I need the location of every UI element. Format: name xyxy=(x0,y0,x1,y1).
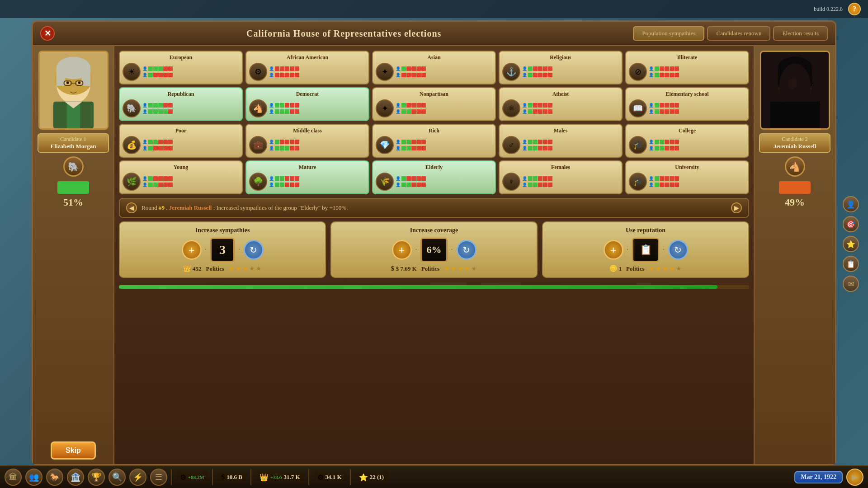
candidate2-party-icon: 🐴 xyxy=(785,156,805,177)
bar-track-1 xyxy=(655,176,679,181)
group-card-college[interactable]: College 🎓 👤 👤 xyxy=(625,124,749,158)
action-inner: + · 6% · ↻ xyxy=(337,238,531,262)
action-dot: · xyxy=(627,246,629,253)
bar-row-1: 👤 xyxy=(269,139,366,145)
bar-person-2: 👤 xyxy=(649,109,654,114)
round-next-button[interactable]: ▶ xyxy=(731,202,742,213)
bar-track-1 xyxy=(275,176,299,181)
star-filled: ★ xyxy=(464,265,470,272)
bar-row-1: 👤 xyxy=(649,176,745,181)
close-button[interactable]: ✕ xyxy=(40,26,55,41)
bar-row-2: 👤 xyxy=(396,109,492,114)
group-icon: ⚙ xyxy=(249,63,267,81)
group-card-atheist[interactable]: Atheist ⚛ 👤 👤 xyxy=(499,87,623,121)
bottom-icon-5[interactable]: 🔍 xyxy=(108,469,126,486)
bar-person-1: 👤 xyxy=(522,66,527,71)
group-card-asian[interactable]: Asian ✦ 👤 👤 xyxy=(372,51,496,84)
group-card-european[interactable]: European ☀ 👤 👤 xyxy=(119,51,243,84)
bottom-icon-4[interactable]: 🏆 xyxy=(88,469,105,486)
bottom-icon-7[interactable]: ☰ xyxy=(150,469,167,486)
group-name: University xyxy=(675,164,699,171)
candidate1-vote-bar xyxy=(57,181,89,194)
tab-population-sympathies[interactable]: Population sympathies xyxy=(633,26,704,41)
action-dot: · xyxy=(415,246,417,253)
bottom-icon-1[interactable]: 👥 xyxy=(25,469,42,486)
round-prev-button[interactable]: ◀ xyxy=(126,202,137,213)
group-icon: ♀ xyxy=(502,173,520,191)
candidate2-panel: Candidate 2 Jeremiah Russell 🐴 49% xyxy=(754,46,835,464)
star-empty: ★ xyxy=(249,265,255,272)
group-inner: ⚙ 👤 👤 xyxy=(249,63,366,81)
group-card-university[interactable]: University 🎓 👤 👤 xyxy=(625,160,749,194)
action-refresh-button[interactable]: ↻ xyxy=(457,240,476,260)
bar-track-2 xyxy=(655,73,679,77)
cost-value: 452 xyxy=(193,265,202,272)
bottom-icon-2[interactable]: 🐎 xyxy=(46,469,63,486)
action-plus-button[interactable]: + xyxy=(392,240,412,260)
group-card-religious[interactable]: Religious ⚓ 👤 👤 xyxy=(499,51,623,84)
divider5 xyxy=(350,469,351,485)
bar-person-2: 👤 xyxy=(522,73,527,77)
group-inner: ⚛ 👤 👤 xyxy=(502,99,619,117)
bar-row-1: 👤 xyxy=(522,66,619,71)
bottom-icon-0[interactable]: 🏛 xyxy=(5,469,22,486)
group-card-mature[interactable]: Mature 🌳 👤 👤 xyxy=(245,160,369,194)
help-button[interactable]: ? xyxy=(848,3,861,15)
action-plus-button[interactable]: + xyxy=(604,240,623,260)
group-name: Illiterate xyxy=(677,54,698,61)
group-card-females[interactable]: Females ♀ 👤 👤 xyxy=(499,160,623,194)
group-name: European xyxy=(170,54,192,61)
group-icon: 🐘 xyxy=(123,99,141,117)
side-icon-3[interactable]: ⭐ xyxy=(843,236,859,252)
bar-row-2: 👤 xyxy=(142,109,239,114)
action-refresh-button[interactable]: ↻ xyxy=(668,240,688,260)
bar-track-1 xyxy=(401,176,426,181)
tab-candidates-renown[interactable]: Candidates renown xyxy=(707,26,770,41)
group-card-elementary-school[interactable]: Elementary school 📖 👤 👤 xyxy=(625,87,749,121)
round-bar: ◀ Round #9 . Jeremiah Russell : Increase… xyxy=(119,198,749,218)
side-icon-2[interactable]: 🎯 xyxy=(843,216,859,232)
side-icon-1[interactable]: 👤 xyxy=(843,196,859,212)
star-filled: ★ xyxy=(236,265,241,272)
group-card-african-american[interactable]: African American ⚙ 👤 👤 xyxy=(245,51,369,84)
build-info: build 0.222.8 xyxy=(814,6,843,13)
candidate2-namebox: Candidate 2 Jeremiah Russell xyxy=(759,133,830,153)
skip-button[interactable]: Skip xyxy=(51,441,96,460)
action-category: Politics xyxy=(626,265,644,272)
group-card-elderly[interactable]: Elderly 🌾 👤 👤 xyxy=(372,160,496,194)
group-card-republican[interactable]: Republican 🐘 👤 👤 xyxy=(119,87,243,121)
stat-stars: ⭐ 22 (1) xyxy=(354,471,388,483)
star-filled: ★ xyxy=(444,265,450,272)
bar-person-2: 👤 xyxy=(522,109,527,114)
bar-row-1: 👤 xyxy=(269,176,366,181)
bar-track-1 xyxy=(528,176,552,181)
group-card-democrat[interactable]: Democrat 🐴 👤 👤 xyxy=(245,87,369,121)
group-icon: ⚛ xyxy=(502,99,520,117)
action-plus-button[interactable]: + xyxy=(182,240,202,260)
modal-header: ✕ California House of Representatives el… xyxy=(33,22,835,46)
group-card-males[interactable]: Males ♂ 👤 👤 xyxy=(499,124,623,158)
group-card-nonpartisan[interactable]: Nonpartisan ✦ 👤 👤 xyxy=(372,87,496,121)
bottom-icon-6[interactable]: ⚡ xyxy=(129,469,146,486)
side-icon-5[interactable]: ✉ xyxy=(843,276,859,292)
modal-title: California House of Representatives elec… xyxy=(55,28,633,39)
bottom-icon-3[interactable]: 🏦 xyxy=(67,469,84,486)
group-card-poor[interactable]: Poor 💰 👤 👤 xyxy=(119,124,243,158)
group-icon: ⊘ xyxy=(629,63,647,81)
group-card-young[interactable]: Young 🌿 👤 👤 xyxy=(119,160,243,194)
action-refresh-button[interactable]: ↻ xyxy=(244,240,264,260)
group-icon: 🌳 xyxy=(249,173,267,191)
group-bars: 👤 👤 xyxy=(396,103,492,114)
group-icon: 💰 xyxy=(123,136,141,154)
group-card-rich[interactable]: Rich 💎 👤 👤 xyxy=(372,124,496,158)
tab-election-results[interactable]: Election results xyxy=(773,26,828,41)
group-card-middle-class[interactable]: Middle class 💼 👤 👤 xyxy=(245,124,369,158)
group-inner: 🌿 👤 👤 xyxy=(123,173,239,191)
side-icon-4[interactable]: 📋 xyxy=(843,256,859,272)
next-turn-button[interactable]: ▶ xyxy=(846,469,863,486)
group-icon: 🎓 xyxy=(629,136,647,154)
group-name: Elderly xyxy=(425,164,443,171)
group-card-illiterate[interactable]: Illiterate ⊘ 👤 👤 xyxy=(625,51,749,84)
stars-value: 22 (1) xyxy=(370,474,384,481)
bar-track-2 xyxy=(275,183,299,187)
